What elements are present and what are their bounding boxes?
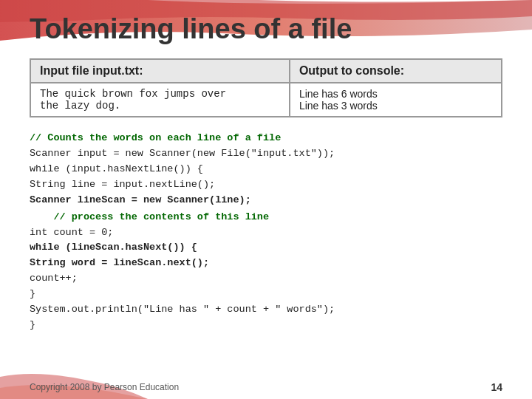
code-line-7: int count = 0; (30, 225, 502, 241)
col2-header: Output to console: (290, 59, 502, 83)
page-number: 14 (491, 381, 502, 393)
col2-content: Line has 6 wordsLine has 3 words (290, 83, 502, 117)
code-line-1: // Counts the words on each line of a fi… (30, 131, 502, 146)
code-line-11: } (30, 287, 502, 302)
col1-header: Input file input.txt: (30, 59, 290, 83)
code-line-4: String line = input.nextLine(); (30, 177, 502, 193)
code-line-13: } (30, 318, 502, 333)
col1-content: The quick brown fox jumps overthe lazy d… (30, 83, 290, 117)
slide-title: Tokenizing lines of a file (30, 13, 502, 45)
slide-content: Tokenizing lines of a file Input file in… (0, 0, 532, 341)
code-line-6-comment: // process the contents of this line (30, 210, 502, 225)
copyright-text: Copyright 2008 by Pearson Education (30, 382, 179, 392)
code-line-8: while (lineScan.hasNext()) { (30, 240, 502, 256)
code-line-2: Scanner input = new Scanner(new File("in… (30, 146, 502, 162)
code-line-12: System.out.println("Line has " + count +… (30, 302, 502, 318)
code-line-10: count++; (30, 271, 502, 287)
info-table: Input file input.txt: Output to console:… (30, 58, 502, 117)
code-line-9: String word = lineScan.next(); (30, 256, 502, 271)
code-line-5: Scanner lineScan = new Scanner(line); (30, 193, 502, 208)
code-line-3: while (input.hasNextLine()) { (30, 162, 502, 177)
footer: Copyright 2008 by Pearson Education 14 (0, 381, 532, 393)
code-block: // Counts the words on each line of a fi… (30, 131, 502, 333)
